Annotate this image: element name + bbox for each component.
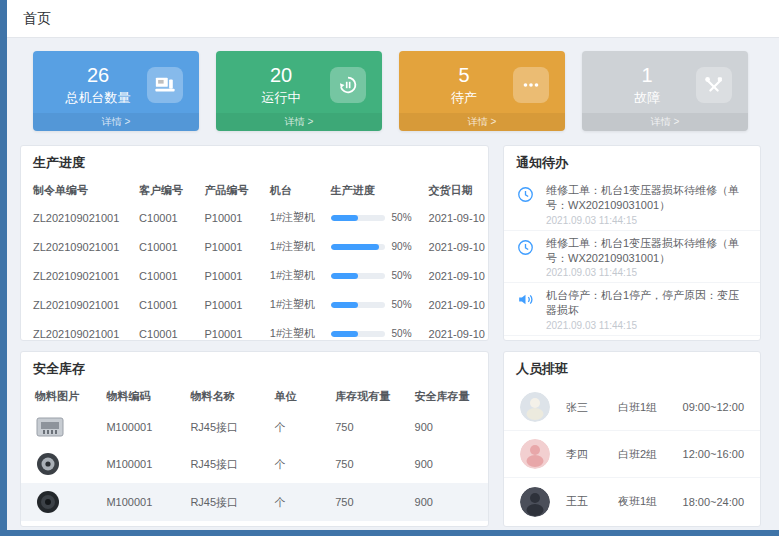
product-no: P10001 (198, 319, 263, 341)
progress-bar: 90% (331, 241, 417, 252)
current-stock: 750 (329, 409, 408, 445)
inventory-row: M100001 RJ45接口 个 750 900 (21, 445, 488, 483)
stat-card-fault: 1 故障 详情 > (582, 51, 748, 131)
stat-card-body: 1 故障 (582, 51, 748, 113)
notification-item[interactable]: 维修工单：机台1变压器损坏待维修（单号：WX202109031001） 2021… (504, 231, 760, 284)
stat-card-running: 20 运行中 详情 > (216, 51, 382, 131)
notification-body: 机台停产：机台1停产，停产原因：变压器损坏 2021.09.03 11:44:1… (546, 288, 748, 331)
inventory-row: M100001 RJ45接口 个 750 900 (21, 483, 488, 521)
total-machines-detail-link[interactable]: 详情 > (33, 113, 199, 131)
order-no: ZL202109021001 (21, 319, 133, 341)
fault-detail-link[interactable]: 详情 > (582, 113, 748, 131)
staff-row: 李四 白班2组 12:00~16:00 (504, 431, 760, 478)
notification-time: 2021.09.03 11:44:15 (546, 320, 748, 331)
staff-shift: 白班1组 (618, 400, 683, 415)
notifications-panel: 通知待办 维修工单：机台1变压器损坏待维修（单号：WX202109031001）… (503, 145, 761, 341)
staff-row: 王五 夜班1组 18:00~24:00 (504, 478, 760, 525)
unit: 个 (268, 483, 329, 521)
notification-item[interactable]: 机台停产：机台1停产，停产原因：变压器损坏 2021.09.03 11:44:1… (504, 283, 760, 336)
delivery-date: 2021-09-10 (423, 290, 488, 319)
progress-value: 50% (392, 212, 412, 223)
notification-body: 维修工单：机台1变压器损坏待维修（单号：WX202109031001） 2021… (546, 183, 748, 226)
column-delivery-date: 交货日期 (423, 178, 488, 203)
staff-time: 09:00~12:00 (683, 401, 744, 413)
safety-stock: 900 (409, 445, 488, 483)
column-material-image: 物料图片 (21, 384, 100, 409)
production-row: ZL202109021001 C10001 P10001 1#注塑机 90% 2… (21, 232, 488, 261)
material-name: RJ45接口 (184, 445, 268, 483)
notification-item[interactable]: 维修工单：机台1变压器损坏待维修（单号：WX202109031001） 2021… (504, 178, 760, 231)
progress-value: 50% (392, 328, 412, 339)
progress-value: 90% (392, 241, 412, 252)
current-stock: 750 (329, 445, 408, 483)
avatar (520, 439, 550, 469)
notification-text: 维修工单：机台1变压器损坏待维修（单号：WX202109031001） (546, 183, 748, 213)
material-name: RJ45接口 (184, 483, 268, 521)
stat-label-waiting: 待产 (415, 89, 513, 107)
progress-bar: 50% (331, 299, 417, 310)
customer-no: C10001 (133, 319, 198, 341)
staff-name: 张三 (566, 400, 618, 415)
stat-label-total-machines: 总机台数量 (49, 89, 147, 107)
machine: 1#注塑机 (264, 319, 325, 341)
staff-name: 王五 (566, 494, 618, 509)
notification-time: 2021.09.03 11:44:15 (546, 267, 748, 278)
notification-time: 2021.09.03 11:44:15 (546, 215, 748, 226)
stat-label-running: 运行中 (232, 89, 330, 107)
staff-panel-title: 人员排班 (504, 352, 760, 384)
delivery-date: 2021-09-10 (423, 261, 488, 290)
running-detail-link[interactable]: 详情 > (216, 113, 382, 131)
product-no: P10001 (198, 203, 263, 232)
column-machine: 机台 (264, 178, 325, 203)
inventory-row: M100001 RJ45接口 个 750 900 (21, 409, 488, 445)
stat-value-running: 20 (232, 64, 330, 87)
order-no: ZL202109021001 (21, 203, 133, 232)
production-row: ZL202109021001 C10001 P10001 1#注塑机 50% 2… (21, 203, 488, 232)
notification-item[interactable]: 计划暂停：机台1生产计划已暂停 2021.09.03 11:44:15 (504, 336, 760, 341)
avatar (520, 392, 550, 422)
material-image-round-connector (35, 451, 94, 477)
clock-icon (516, 236, 538, 279)
inventory-header-row: 物料图片 物料编码 物料名称 单位 库存现有量 安全库存量 (21, 384, 488, 409)
notification-text: 维修工单：机台1变压器损坏待维修（单号：WX202109031001） (546, 236, 748, 266)
stat-card-text: 1 故障 (598, 64, 696, 107)
production-row: ZL202109021001 C10001 P10001 1#注塑机 50% 2… (21, 319, 488, 341)
material-code: M100001 (100, 409, 184, 445)
machine: 1#注塑机 (264, 290, 325, 319)
column-customer-no: 客户编号 (133, 178, 198, 203)
waiting-detail-link[interactable]: 详情 > (399, 113, 565, 131)
column-order-no: 制令单编号 (21, 178, 133, 203)
order-no: ZL202109021001 (21, 290, 133, 319)
window-edge-bottom (0, 530, 779, 536)
delivery-date: 2021-09-10 (423, 232, 488, 261)
window-edge-left (0, 0, 7, 536)
stat-card-waiting: 5 待产 详情 > (399, 51, 565, 131)
stat-card-total-machines: 26 总机台数量 详情 > (33, 51, 199, 131)
column-material-name: 物料名称 (184, 384, 268, 409)
safety-stock: 900 (409, 409, 488, 445)
stat-value-total-machines: 26 (49, 64, 147, 87)
progress-bar: 50% (331, 212, 417, 223)
dashboard-main: 26 总机台数量 详情 > 20 运行中 (7, 38, 779, 527)
tools-icon (696, 67, 732, 103)
stat-card-text: 26 总机台数量 (49, 64, 147, 107)
machine: 1#注塑机 (264, 203, 325, 232)
staff-time: 18:00~24:00 (683, 496, 744, 508)
material-image-rj45 (35, 415, 94, 439)
safety-stock-panel: 安全库存 物料图片 物料编码 物料名称 单位 库存现有量 安全库存量 (20, 351, 489, 527)
progress-value: 50% (392, 299, 412, 310)
column-current-stock: 库存现有量 (329, 384, 408, 409)
clock-icon (516, 183, 538, 226)
production-progress-panel: 生产进度 制令单编号 客户编号 产品编号 机台 生产进度 交货日期 (20, 145, 489, 341)
material-image-speaker-part (35, 489, 94, 515)
page-header: 首页 (7, 0, 779, 38)
notification-text: 机台停产：机台1停产，停产原因：变压器损坏 (546, 288, 748, 318)
safety-stock-table: 物料图片 物料编码 物料名称 单位 库存现有量 安全库存量 M100001 R (21, 384, 488, 521)
customer-no: C10001 (133, 261, 198, 290)
delivery-date: 2021-09-10 (423, 203, 488, 232)
column-safety-stock: 安全库存量 (409, 384, 488, 409)
ellipsis-icon (513, 67, 549, 103)
unit: 个 (268, 445, 329, 483)
column-progress: 生产进度 (325, 178, 423, 203)
production-panel-title: 生产进度 (21, 146, 488, 178)
